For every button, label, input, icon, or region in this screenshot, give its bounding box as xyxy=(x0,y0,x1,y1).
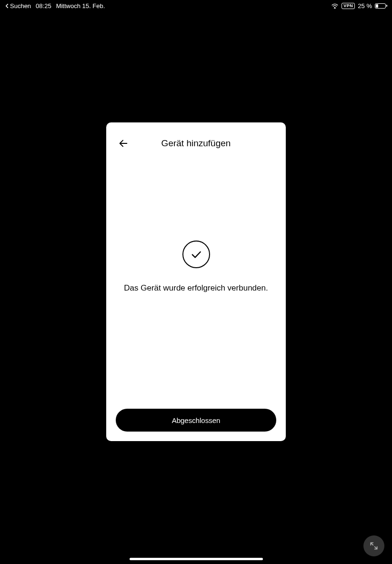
done-button-label: Abgeschlossen xyxy=(172,416,221,424)
home-indicator[interactable] xyxy=(130,558,263,560)
vpn-indicator: VPN xyxy=(342,3,355,9)
status-date: Mittwoch 15. Feb. xyxy=(56,2,105,10)
wifi-icon xyxy=(331,3,339,9)
status-back-app-label: Suchen xyxy=(10,2,31,10)
status-bar: Suchen 08:25 Mittwoch 15. Feb. VPN 25 % xyxy=(0,0,392,11)
battery-icon xyxy=(375,3,387,9)
success-check-icon xyxy=(182,241,210,268)
add-device-modal: Gerät hinzufügen Das Gerät wurde erfolgr… xyxy=(106,122,286,441)
status-left: Suchen 08:25 Mittwoch 15. Feb. xyxy=(5,2,105,10)
success-message: Das Gerät wurde erfolgreich verbunden. xyxy=(124,283,268,293)
expand-button[interactable] xyxy=(363,535,384,556)
status-time: 08:25 xyxy=(36,2,51,10)
caret-left-icon xyxy=(5,4,9,8)
expand-icon xyxy=(369,541,379,551)
svg-point-0 xyxy=(334,7,335,8)
status-right: VPN 25 % xyxy=(331,2,387,10)
done-button[interactable]: Abgeschlossen xyxy=(116,409,276,432)
modal-body: Das Gerät wurde erfolgreich verbunden. xyxy=(116,155,276,409)
arrow-left-icon xyxy=(118,138,129,149)
checkmark-icon xyxy=(190,248,203,261)
modal-header: Gerät hinzufügen xyxy=(116,132,276,155)
battery-percentage: 25 % xyxy=(358,2,372,10)
modal-title: Gerät hinzufügen xyxy=(161,138,231,149)
status-back-to-app[interactable]: Suchen xyxy=(5,2,31,10)
back-button[interactable] xyxy=(118,138,129,149)
